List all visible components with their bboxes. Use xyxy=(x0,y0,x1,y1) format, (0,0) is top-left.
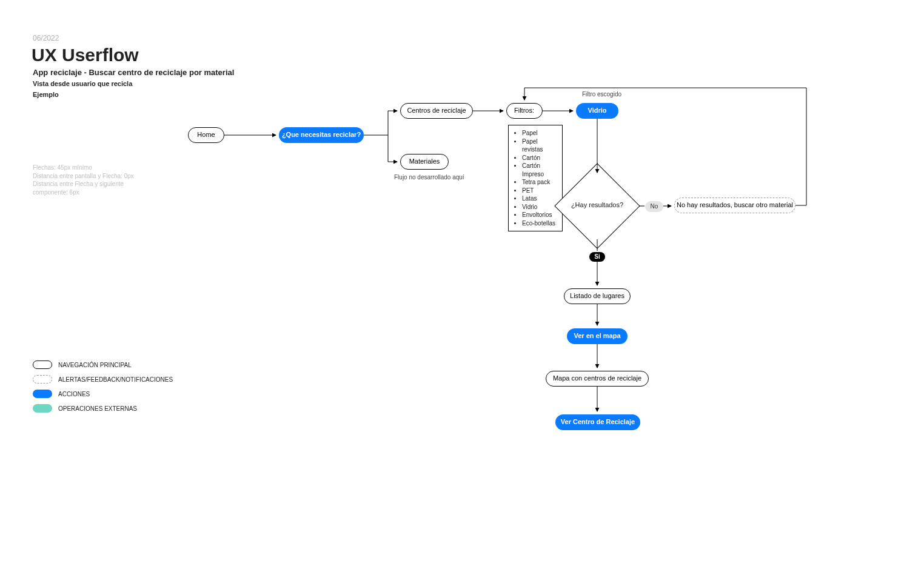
filter-option: Tetra pack xyxy=(522,178,557,187)
node-ver-centro: Ver Centro de Reciclaje xyxy=(555,414,640,430)
annotation-filtro-escogido: Filtro escogido xyxy=(582,91,621,98)
edge-label-no: No xyxy=(645,201,663,212)
legend-label: ACCIONES xyxy=(58,391,90,397)
node-que-necesitas: ¿Que necesitas reciclar? xyxy=(279,127,364,143)
page-subtitle-2: Vista desde usuario que recicla xyxy=(33,80,132,87)
connectors-layer xyxy=(0,0,924,578)
page-subtitle: App reciclaje - Buscar centro de recicla… xyxy=(33,68,234,77)
page-subtitle-3: Ejemplo xyxy=(33,91,59,98)
legend-item-alert: ALERTAS/FEEDBACK/NOTIFICACIONES xyxy=(33,375,173,384)
legend-swatch-ext xyxy=(33,404,52,413)
decision-label: ¿Hay resultados? xyxy=(555,201,640,208)
annotation-flujo-no-desarrollado: Flujo no desarrollado aquí xyxy=(394,174,464,181)
edge-label-si: Si xyxy=(589,252,605,262)
doc-date: 06/2022 xyxy=(33,34,59,42)
node-mapa-centros: Mapa con centros de reciclaje xyxy=(546,371,649,387)
filter-option: Papel revistas xyxy=(522,138,557,154)
legend-swatch-nav xyxy=(33,360,52,369)
design-note-line: Flechas: 45px mínimo xyxy=(33,164,142,172)
design-note-line: Distancia entre Flecha y siguiente compo… xyxy=(33,180,142,196)
filter-option: Cartón xyxy=(522,154,557,162)
legend-label: ALERTAS/FEEDBACK/NOTIFICACIONES xyxy=(58,376,173,383)
node-no-hay-resultados: No hay resultados, buscar otro material xyxy=(674,198,795,213)
design-note-line: Distancia entre pantalla y Flecha: 0px xyxy=(33,172,142,181)
node-home: Home xyxy=(188,127,224,143)
node-listado-lugares: Listado de lugares xyxy=(564,288,631,304)
legend-swatch-action xyxy=(33,390,52,398)
legend-item-nav: NAVEGACIÓN PRINCIPAL xyxy=(33,360,173,369)
legend: NAVEGACIÓN PRINCIPAL ALERTAS/FEEDBACK/NO… xyxy=(33,360,173,419)
node-hay-resultados: ¿Hay resultados? xyxy=(567,176,628,236)
legend-item-action: ACCIONES xyxy=(33,390,173,398)
legend-label: NAVEGACIÓN PRINCIPAL xyxy=(58,362,132,368)
legend-item-ext: OPERACIONES EXTERNAS xyxy=(33,404,173,413)
design-notes: Flechas: 45px mínimo Distancia entre pan… xyxy=(33,164,142,196)
filter-option: Latas xyxy=(522,194,557,203)
node-filtros: Filtros: xyxy=(506,103,543,119)
filter-option: PET xyxy=(522,187,557,195)
legend-swatch-alert xyxy=(33,375,52,384)
node-ver-mapa: Ver en el mapa xyxy=(567,328,628,344)
filter-option: Eco-botellas xyxy=(522,219,557,228)
filter-option: Papel xyxy=(522,129,557,138)
node-vidrio: Vidrio xyxy=(576,103,618,119)
page-title: UX Userflow xyxy=(32,45,139,65)
node-centros: Centros de reciclaje xyxy=(400,103,473,119)
filter-option: Envoltorios xyxy=(522,211,557,219)
filters-options-box: PapelPapel revistasCartónCartón ImpresoT… xyxy=(508,125,563,231)
legend-label: OPERACIONES EXTERNAS xyxy=(58,405,137,412)
filter-option: Cartón Impreso xyxy=(522,162,557,178)
node-materiales: Materiales xyxy=(400,154,449,170)
filter-option: Vidrio xyxy=(522,203,557,211)
